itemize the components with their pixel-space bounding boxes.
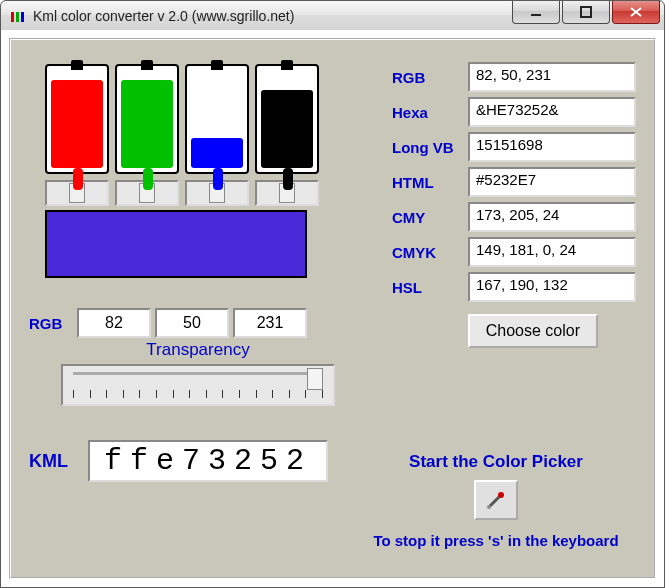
maximize-button[interactable] — [562, 1, 610, 24]
bottle-green — [115, 64, 179, 174]
title-bar: Kml color converter v 2.0 (www.sgrillo.n… — [0, 0, 665, 32]
cmyk-value[interactable]: 149, 181, 0, 24 — [468, 237, 636, 267]
svg-line-7 — [490, 496, 500, 506]
stop-picker-label: To stop it press 's' in the keyboard — [356, 532, 636, 549]
g-input[interactable]: 50 — [155, 308, 229, 338]
cmy-value[interactable]: 173, 205, 24 — [468, 202, 636, 232]
hexa-label: Hexa — [392, 97, 468, 127]
html-label: HTML — [392, 167, 468, 197]
longvb-label: Long VB — [392, 132, 468, 162]
maximize-icon — [580, 6, 592, 18]
svg-point-8 — [498, 492, 504, 498]
choose-color-button[interactable]: Choose color — [468, 314, 598, 348]
transparency-label: Transparency — [61, 340, 335, 360]
rgb-inputs-label: RGB — [29, 315, 73, 332]
transparency-slider[interactable] — [61, 364, 335, 406]
minimize-button[interactable] — [512, 1, 560, 24]
fill-red — [51, 80, 103, 168]
close-button[interactable] — [612, 1, 660, 24]
bottle-black — [255, 64, 319, 174]
rgb-label: RGB — [392, 62, 468, 92]
minimize-icon — [530, 6, 542, 18]
kml-label: KML — [29, 451, 68, 472]
svg-rect-3 — [531, 14, 541, 16]
bottle-red — [45, 64, 109, 174]
kml-value[interactable]: ffe73252 — [88, 440, 328, 482]
hsl-value[interactable]: 167, 190, 132 — [468, 272, 636, 302]
svg-rect-4 — [581, 7, 591, 17]
b-input[interactable]: 231 — [233, 308, 307, 338]
window-title: Kml color converter v 2.0 (www.sgrillo.n… — [33, 8, 294, 24]
transparency-thumb[interactable] — [307, 368, 323, 390]
svg-rect-1 — [16, 12, 19, 22]
eyedropper-icon — [485, 489, 507, 511]
longvb-value[interactable]: 15151698 — [468, 132, 636, 162]
fill-blue — [191, 138, 243, 168]
paint-bottles — [45, 64, 319, 278]
close-icon — [629, 6, 643, 18]
color-picker-button[interactable] — [474, 480, 518, 520]
hsl-label: HSL — [392, 272, 468, 302]
bottle-blue — [185, 64, 249, 174]
html-value[interactable]: #5232E7 — [468, 167, 636, 197]
fill-black — [261, 90, 313, 168]
start-picker-label: Start the Color Picker — [356, 452, 636, 472]
hexa-value[interactable]: &HE73252& — [468, 97, 636, 127]
cmy-label: CMY — [392, 202, 468, 232]
rgb-value[interactable]: 82, 50, 231 — [468, 62, 636, 92]
app-icon — [9, 7, 27, 25]
main-panel: RGB 82, 50, 231 Hexa &HE73252& Long VB 1… — [9, 38, 656, 579]
cmyk-label: CMYK — [392, 237, 468, 267]
svg-rect-2 — [21, 12, 24, 22]
svg-point-9 — [487, 505, 491, 509]
r-input[interactable]: 82 — [77, 308, 151, 338]
mix-preview — [45, 210, 307, 278]
svg-rect-0 — [11, 12, 14, 22]
fill-green — [121, 80, 173, 168]
